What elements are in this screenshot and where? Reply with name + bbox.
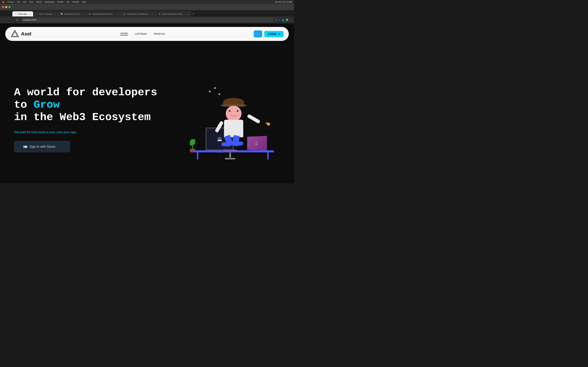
tab-favicon-sismo: ⬡	[35, 13, 38, 15]
hero-subtext: Get paid for how much a user uses your a…	[14, 130, 184, 134]
system-time: Sun Apr 16 5:12 AM	[275, 1, 292, 3]
laptop: 💾	[247, 136, 267, 151]
hero-heading: A world for developers to Grow in the We…	[14, 86, 184, 124]
char-arm-wave: ✌️	[247, 114, 260, 124]
app-content: Axel HOME LISTINGS PROFILE 🐦 CODE ↗ A wo…	[0, 23, 294, 184]
tab-close-goerli[interactable]: ✕	[187, 13, 189, 15]
code-button[interactable]: CODE ↗	[264, 31, 284, 37]
nav-links: HOME LISTINGS PROFILE	[120, 32, 165, 36]
url-input[interactable]	[21, 17, 274, 22]
tab-close-tx[interactable]: ✕	[152, 13, 154, 15]
tab-favicon-tx: ◆	[123, 13, 126, 15]
hero-text: A world for developers to Grow in the We…	[14, 86, 184, 152]
extension-icon[interactable]: 🧩	[285, 18, 288, 21]
forward-button[interactable]: ›	[9, 17, 13, 22]
menu-view[interactable]: View	[29, 1, 33, 3]
tab-tx[interactable]: ◆ Transaction 0x4f3bfc2d4e5e1… ✕	[121, 11, 156, 17]
hero-line2-highlight: Grow	[34, 99, 60, 111]
address-icons: ⎙ ☆ 👤 🧩 ⋮	[276, 18, 292, 21]
maximize-button[interactable]	[9, 6, 10, 8]
new-tab-button[interactable]: +	[191, 12, 196, 17]
char-shoe-right	[234, 142, 243, 145]
tab-contract[interactable]: ◆ Contract Address 0x72dd8c2… ✕	[86, 11, 121, 17]
hero-section: A world for developers to Grow in the We…	[0, 44, 294, 184]
char-shoe-left	[221, 142, 230, 146]
tab-close-react[interactable]: ✕	[29, 13, 31, 15]
hero-line2-prefix: to	[14, 99, 34, 111]
close-button[interactable]	[2, 6, 4, 8]
navbar: Axel HOME LISTINGS PROFILE 🐦 CODE ↗	[5, 27, 289, 41]
tab-bunzz[interactable]: 🅱 Dashboard | Bunzz ✕	[58, 11, 86, 17]
tab-favicon-bunzz: 🅱	[60, 13, 63, 15]
menu-window[interactable]: Window	[72, 1, 79, 3]
title-bar	[0, 4, 294, 10]
menu-chrome[interactable]: Chrome	[7, 1, 14, 3]
desk-leg-right	[267, 151, 269, 159]
menu-bar: 🍎 Chrome File Edit View History Bookmark…	[0, 0, 294, 4]
svg-marker-0	[11, 30, 18, 37]
tab-close-sismo[interactable]: ✕	[54, 13, 56, 15]
hero-line1: A world for developers	[14, 86, 157, 99]
tab-close-contract[interactable]: ✕	[117, 13, 119, 15]
menu-history[interactable]: History	[36, 1, 42, 3]
tab-label-goerli: Goerli Transaction Hash (Txha…	[162, 13, 185, 15]
sparkle-icon-1: ✦	[208, 90, 211, 94]
char-body	[224, 120, 243, 137]
apple-menu[interactable]: 🍎	[2, 1, 5, 3]
character: ✌️	[220, 98, 248, 150]
tab-favicon-goerli: ◆	[158, 13, 161, 15]
stool-leg	[229, 152, 231, 158]
nav-logo: Axel	[10, 30, 31, 38]
tab-label-contract: Contract Address 0x72dd8c2…	[92, 13, 115, 15]
tabs-bar: ⚛ React App ✕ ⬡ Sismo | Factory ✕ 🅱 Dash…	[0, 10, 294, 17]
tab-close-bunzz[interactable]: ✕	[82, 13, 84, 15]
char-eye-left	[229, 110, 231, 112]
address-bar: ‹ › ↻ ⎙ ☆ 👤 🧩 ⋮	[0, 17, 294, 23]
menu-tab[interactable]: Tab	[66, 1, 69, 3]
tab-favicon-contract: ◆	[88, 13, 91, 15]
tab-sismo[interactable]: ⬡ Sismo | Factory ✕	[33, 11, 58, 17]
profile-icon[interactable]: 👤	[281, 18, 284, 21]
tab-label-bunzz: Dashboard | Bunzz	[64, 13, 80, 15]
sismo-label: Sign in with Sismo	[30, 145, 55, 149]
menu-profiles[interactable]: Profiles	[57, 1, 64, 3]
logo-text: Axel	[21, 31, 31, 37]
nav-link-home[interactable]: HOME	[120, 32, 128, 36]
menu-help[interactable]: Help	[82, 1, 86, 3]
bookmark-icon[interactable]: ☆	[278, 18, 280, 21]
sparkle-icon-3: ✦	[218, 92, 221, 96]
share-icon[interactable]: ⎙	[276, 18, 277, 21]
nav-link-profile[interactable]: PROFILE	[154, 33, 165, 35]
stool-base	[225, 158, 235, 159]
plant-stem	[192, 144, 193, 149]
traffic-lights	[2, 6, 10, 8]
dev-scene: ✦ ✦ ✦ 💻 💾	[188, 79, 276, 163]
twitter-button[interactable]: 🐦	[254, 30, 262, 37]
more-icon[interactable]: ⋮	[289, 18, 292, 21]
tab-favicon-react: ⚛	[15, 13, 17, 15]
svg-marker-1	[12, 32, 17, 36]
tab-label-tx: Transaction 0x4f3bfc2d4e5e1…	[127, 13, 150, 15]
hero-line3: in the Web3 Ecosystem	[14, 111, 151, 123]
nav-actions: 🐦 CODE ↗	[254, 30, 284, 37]
tab-goerli[interactable]: ◆ Goerli Transaction Hash (Txha… ✕	[156, 11, 191, 17]
twitter-icon: 🐦	[256, 32, 260, 36]
tab-label-react: React App	[18, 13, 27, 15]
char-eye-right	[237, 110, 239, 112]
sismo-icon: 🪪	[23, 144, 27, 149]
sismo-signin-button[interactable]: 🪪 Sign in with Sismo	[14, 141, 70, 152]
char-hand: ✌️	[265, 121, 270, 127]
desk-leg-left	[197, 151, 198, 159]
menu-edit[interactable]: Edit	[23, 1, 26, 3]
desk	[193, 150, 274, 152]
tab-label-sismo: Sismo | Factory	[39, 13, 52, 15]
laptop-screen: 💾	[247, 136, 267, 151]
menu-bookmarks[interactable]: Bookmarks	[45, 1, 54, 3]
minimize-button[interactable]	[5, 6, 7, 8]
back-button[interactable]: ‹	[2, 17, 7, 22]
reload-button[interactable]: ↻	[15, 17, 20, 22]
menu-file[interactable]: File	[17, 1, 20, 3]
tab-react-app[interactable]: ⚛ React App ✕	[12, 11, 33, 17]
hero-illustration: ✦ ✦ ✦ 💻 💾	[184, 75, 280, 163]
nav-link-listings[interactable]: LISTINGS	[135, 33, 147, 35]
